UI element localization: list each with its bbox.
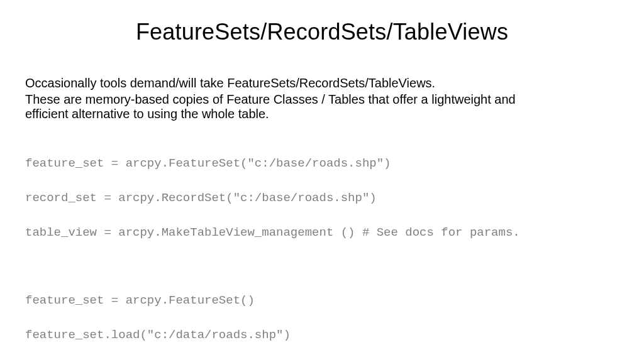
code-line: record_set = arcpy.RecordSet("c:/base/ro… xyxy=(25,190,619,207)
code-line: feature_set = arcpy.FeatureSet() xyxy=(25,292,619,310)
code-block-2: feature_set = arcpy.FeatureSet() feature… xyxy=(25,275,619,362)
code-line: feature_set.load("c:/data/roads.shp") xyxy=(25,327,619,344)
paragraph-2-line1: These are memory-based copies of Feature… xyxy=(25,92,619,107)
code-block-1: feature_set = arcpy.FeatureSet("c:/base/… xyxy=(25,138,619,259)
paragraph-1: Occasionally tools demand/will take Feat… xyxy=(25,75,619,91)
code-line: table_view = arcpy.MakeTableView_managem… xyxy=(25,224,619,242)
code-line: feature_set = arcpy.FeatureSet("c:/base/… xyxy=(25,155,619,173)
paragraph-2-line2: efficient alternative to using the whole… xyxy=(25,107,619,121)
slide-title: FeatureSets/RecordSets/TableViews xyxy=(25,19,619,45)
